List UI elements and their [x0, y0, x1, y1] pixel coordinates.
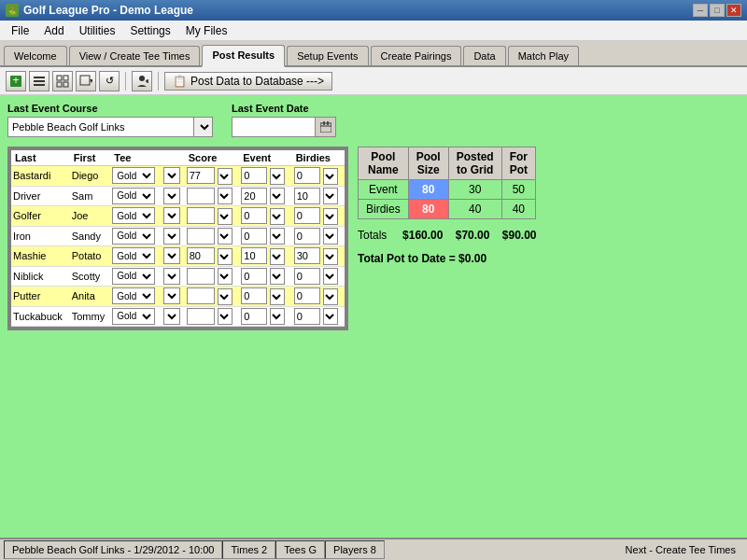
- birdies-dropdown[interactable]: ▼: [323, 168, 338, 185]
- score-dropdown[interactable]: ▼: [218, 168, 233, 185]
- birdies-dropdown[interactable]: ▼: [323, 188, 338, 204]
- toolbar-green-icon[interactable]: +: [6, 71, 26, 91]
- menu-utilities[interactable]: Utilities: [72, 22, 123, 39]
- event-input[interactable]: [241, 287, 267, 304]
- toolbar-grid-icon[interactable]: [52, 71, 73, 91]
- birdies-dropdown[interactable]: ▼: [323, 248, 338, 265]
- birdies-dropdown[interactable]: ▼: [323, 308, 338, 325]
- score-input[interactable]: [187, 287, 215, 304]
- tab-tee-times[interactable]: View / Create Tee Times: [69, 46, 201, 65]
- cell-score[interactable]: ▼: [185, 206, 240, 227]
- course-dropdown[interactable]: ▼: [194, 117, 213, 137]
- tab-match-play[interactable]: Match Play: [508, 46, 579, 65]
- score-dropdown[interactable]: ▼: [218, 208, 233, 225]
- tee-arrow-select[interactable]: ▼: [163, 188, 180, 204]
- event-input[interactable]: [241, 167, 267, 184]
- tee-select[interactable]: Gold Silver Blue: [112, 308, 155, 325]
- tee-select[interactable]: Gold Silver Blue: [112, 228, 155, 245]
- tee-arrow-select[interactable]: ▼: [163, 167, 180, 184]
- event-input[interactable]: [241, 247, 267, 264]
- birdies-dropdown[interactable]: ▼: [323, 208, 338, 225]
- menu-settings[interactable]: Settings: [122, 22, 177, 39]
- score-dropdown[interactable]: ▼: [218, 188, 233, 204]
- cell-score[interactable]: ▼: [185, 246, 240, 267]
- tab-post-results[interactable]: Post Results: [202, 45, 285, 67]
- birdies-dropdown[interactable]: ▼: [323, 288, 338, 305]
- cell-birdies[interactable]: ▼: [292, 186, 345, 206]
- tee-select[interactable]: Gold Silver Blue: [112, 247, 155, 264]
- birdies-input[interactable]: [294, 167, 320, 184]
- toolbar-undo-icon[interactable]: ↺: [99, 71, 120, 91]
- cell-event[interactable]: ▼: [239, 306, 291, 327]
- event-dropdown[interactable]: ▼: [270, 228, 285, 245]
- cell-score[interactable]: ▼: [185, 226, 240, 246]
- tee-arrow-select[interactable]: ▼: [163, 308, 180, 325]
- birdies-input[interactable]: [294, 308, 320, 325]
- score-input[interactable]: [187, 207, 215, 224]
- cell-birdies[interactable]: ▼: [292, 306, 345, 327]
- event-input[interactable]: [241, 268, 267, 285]
- score-dropdown[interactable]: ▼: [218, 268, 233, 285]
- birdies-input[interactable]: [294, 207, 320, 224]
- birdies-input[interactable]: [294, 268, 320, 285]
- event-dropdown[interactable]: ▼: [270, 288, 285, 305]
- maximize-button[interactable]: □: [710, 4, 725, 17]
- event-input[interactable]: [241, 228, 267, 245]
- tee-arrow-select[interactable]: ▼: [163, 287, 180, 304]
- event-dropdown[interactable]: ▼: [270, 188, 285, 204]
- birdies-dropdown[interactable]: ▼: [323, 268, 338, 285]
- score-dropdown[interactable]: ▼: [218, 288, 233, 305]
- tab-setup-events[interactable]: Setup Events: [287, 46, 368, 65]
- score-input[interactable]: [187, 268, 215, 285]
- event-input[interactable]: [241, 188, 267, 204]
- cell-birdies[interactable]: ▼: [292, 166, 345, 187]
- cell-score[interactable]: ▼: [185, 266, 240, 287]
- toolbar-person-icon[interactable]: [132, 71, 152, 91]
- score-dropdown[interactable]: ▼: [218, 248, 233, 265]
- menu-add[interactable]: Add: [36, 22, 71, 39]
- cell-event[interactable]: ▼: [239, 226, 291, 246]
- cell-event[interactable]: ▼: [239, 166, 291, 187]
- score-dropdown[interactable]: ▼: [218, 308, 233, 325]
- toolbar-dropdown-icon[interactable]: [76, 71, 96, 91]
- tee-select[interactable]: Gold Silver Blue: [112, 207, 155, 224]
- tab-welcome[interactable]: Welcome: [4, 46, 67, 65]
- cell-event[interactable]: ▼: [239, 206, 291, 227]
- tee-arrow-select[interactable]: ▼: [163, 228, 180, 245]
- event-dropdown[interactable]: ▼: [270, 208, 285, 225]
- cell-event[interactable]: ▼: [239, 186, 291, 206]
- event-input[interactable]: [241, 308, 267, 325]
- score-input[interactable]: [187, 308, 215, 325]
- toolbar-list-icon[interactable]: [29, 71, 49, 91]
- cell-birdies[interactable]: ▼: [292, 206, 345, 227]
- birdies-dropdown[interactable]: ▼: [323, 228, 338, 245]
- cell-event[interactable]: ▼: [239, 287, 291, 307]
- tab-create-pairings[interactable]: Create Pairings: [371, 46, 462, 65]
- birdies-input[interactable]: [294, 228, 320, 245]
- date-input[interactable]: 01/22/2012: [232, 117, 316, 137]
- birdies-input[interactable]: [294, 247, 320, 264]
- event-dropdown[interactable]: ▼: [270, 268, 285, 285]
- cell-score[interactable]: ▼: [185, 287, 240, 307]
- birdies-input[interactable]: [294, 287, 320, 304]
- cell-birdies[interactable]: ▼: [292, 246, 345, 267]
- score-dropdown[interactable]: ▼: [218, 228, 233, 245]
- event-input[interactable]: [241, 207, 267, 224]
- tee-arrow-select[interactable]: ▼: [163, 247, 180, 264]
- tee-arrow-select[interactable]: ▼: [163, 207, 180, 224]
- cell-score[interactable]: ▼: [185, 186, 240, 206]
- menu-myfiles[interactable]: My Files: [178, 22, 235, 39]
- cell-birdies[interactable]: ▼: [292, 266, 345, 287]
- score-input[interactable]: [187, 247, 215, 264]
- event-dropdown[interactable]: ▼: [270, 308, 285, 325]
- tee-select[interactable]: Gold Silver Blue: [112, 287, 155, 304]
- event-dropdown[interactable]: ▼: [270, 248, 285, 265]
- course-input[interactable]: [7, 117, 194, 137]
- minimize-button[interactable]: ─: [693, 4, 708, 17]
- close-button[interactable]: ✕: [726, 4, 741, 17]
- score-input[interactable]: [187, 167, 215, 184]
- tee-select[interactable]: Gold Silver Blue: [112, 167, 155, 184]
- event-dropdown[interactable]: ▼: [270, 168, 285, 185]
- cell-birdies[interactable]: ▼: [292, 226, 345, 246]
- cell-score[interactable]: ▼: [185, 166, 240, 187]
